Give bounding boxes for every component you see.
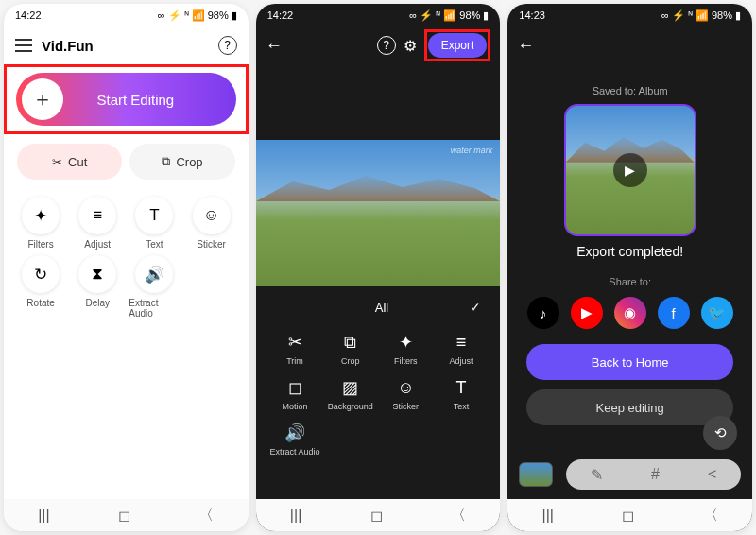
tool-background[interactable]: ▨Background — [324, 373, 376, 415]
filters-icon: ✦ — [399, 332, 413, 353]
nav-back[interactable]: 〈 — [198, 506, 214, 526]
start-label: Start Editing — [63, 92, 236, 108]
share-tiktok-icon[interactable]: ♪ — [527, 297, 559, 329]
text-icon: T — [135, 197, 173, 234]
tool-adjust[interactable]: ≡Adjust — [72, 197, 123, 250]
start-editing-button[interactable]: ＋ Start Editing — [16, 73, 236, 126]
video-preview[interactable]: water mark — [256, 140, 501, 286]
nav-home[interactable]: ◻ — [622, 507, 634, 525]
nav-recents[interactable]: ||| — [290, 507, 301, 524]
help-icon[interactable]: ? — [218, 36, 237, 55]
editor-header: ← ? ⚙ Export — [256, 26, 501, 64]
motion-icon: ◻ — [288, 377, 302, 398]
screen-export-done: 14:23 ∞ ⚡ ᴺ 📶 98%▮ ← Saved to: Album ▶ E… — [507, 4, 752, 531]
editor-tools: ✂Trim ⧉Crop ✦Filters ≡Adjust ◻Motion ▨Ba… — [256, 324, 501, 464]
fab-button[interactable]: ⟲ — [703, 416, 737, 450]
watermark: water mark — [451, 146, 493, 155]
bottom-icon-row: ✎ # < — [507, 456, 752, 493]
tool-delay[interactable]: ⧗Delay — [72, 255, 123, 319]
tab-all[interactable]: All — [294, 301, 471, 315]
cut-button[interactable]: ✂ Cut — [17, 144, 122, 180]
tray-share-icon[interactable]: < — [708, 466, 716, 483]
nav-bar: ||| ◻ 〈 — [4, 499, 249, 531]
app-header: Vid.Fun ? — [4, 26, 249, 64]
tool-text[interactable]: TText — [436, 373, 488, 415]
back-to-home-button[interactable]: Back to Home — [526, 344, 733, 380]
plus-icon: ＋ — [22, 78, 63, 120]
bottom-thumbnail[interactable] — [519, 462, 553, 487]
sticker-icon: ☺ — [193, 197, 231, 234]
share-twitter-icon[interactable]: 🐦 — [701, 297, 733, 329]
filters-icon: ✦ — [22, 197, 60, 234]
tool-crop[interactable]: ⧉Crop — [324, 328, 376, 370]
back-icon[interactable]: ← — [517, 36, 534, 56]
sticker-icon: ☺ — [397, 377, 414, 398]
export-complete-label: Export completed! — [507, 244, 752, 259]
tray-edit-icon[interactable]: ✎ — [591, 466, 603, 484]
app-title: Vid.Fun — [42, 38, 94, 54]
status-time: 14:22 — [15, 9, 42, 21]
share-youtube-icon[interactable]: ▶ — [571, 297, 603, 329]
help-icon[interactable]: ? — [377, 36, 396, 55]
done-header: ← — [507, 26, 752, 64]
tab-bar: All ✓ — [256, 290, 501, 324]
check-icon[interactable]: ✓ — [470, 300, 481, 315]
audio-icon: 🔊 — [135, 255, 173, 293]
tool-adjust[interactable]: ≡Adjust — [436, 328, 488, 370]
tool-grid: ✦Filters ≡Adjust TText ☺Sticker ↻Rotate … — [4, 189, 249, 326]
status-right: ∞ ⚡ ᴺ 📶 98%▮ — [662, 9, 741, 22]
screen-editor: 14:22 ∞ ⚡ ᴺ 📶 98%▮ ← ? ⚙ Export water ma… — [256, 4, 501, 531]
nav-recents[interactable]: ||| — [542, 507, 554, 524]
share-facebook-icon[interactable]: f — [658, 297, 690, 329]
tool-sticker[interactable]: ☺Sticker — [186, 197, 237, 250]
play-icon[interactable]: ▶ — [613, 153, 647, 187]
status-right: ∞ ⚡ ᴺ 📶 98%▮ — [409, 9, 489, 22]
crop-button[interactable]: ⧉ Crop — [129, 144, 234, 180]
nav-back[interactable]: 〈 — [703, 506, 718, 526]
nav-recents[interactable]: ||| — [38, 507, 49, 524]
nav-bar: ||| ◻ 〈 — [256, 499, 501, 531]
nav-home[interactable]: ◻ — [118, 507, 130, 525]
tray-hash-icon[interactable]: # — [651, 466, 660, 483]
back-icon[interactable]: ← — [266, 36, 283, 56]
status-bar: 14:23 ∞ ⚡ ᴺ 📶 98%▮ — [507, 4, 752, 26]
audio-icon: 🔊 — [284, 423, 305, 443]
tool-motion[interactable]: ◻Motion — [269, 373, 321, 415]
background-icon: ▨ — [342, 377, 358, 398]
highlight-box: Export — [424, 29, 491, 61]
adjust-icon: ≡ — [456, 332, 467, 353]
preview-image — [256, 173, 501, 201]
nav-home[interactable]: ◻ — [370, 507, 383, 525]
quick-tools: ✂ Cut ⧉ Crop — [4, 134, 249, 189]
tool-filters[interactable]: ✦Filters — [15, 197, 66, 250]
menu-icon[interactable] — [15, 39, 32, 52]
settings-icon[interactable]: ⚙ — [404, 37, 417, 55]
export-button[interactable]: Export — [428, 33, 488, 58]
text-icon: T — [456, 377, 467, 398]
nav-bar: ||| ◻ 〈 — [507, 499, 752, 531]
tool-filters[interactable]: ✦Filters — [380, 328, 432, 370]
delay-icon: ⧗ — [78, 255, 116, 293]
screen-home: 14:22 ∞ ⚡ ᴺ 📶 98%▮ Vid.Fun ? ＋ Start Edi… — [4, 4, 249, 531]
status-bar: 14:22 ∞ ⚡ ᴺ 📶 98%▮ — [4, 4, 249, 26]
trim-icon: ✂ — [288, 332, 302, 353]
keep-editing-button[interactable]: Keep editing — [526, 389, 733, 425]
tool-extract-audio[interactable]: 🔊Extract Audio — [129, 255, 180, 319]
bottom-tray: ✎ # < — [566, 459, 741, 490]
status-time: 14:23 — [519, 9, 545, 21]
tool-rotate[interactable]: ↻Rotate — [15, 255, 66, 319]
saved-to-label: Saved to: Album — [507, 85, 752, 96]
share-to-label: Share to: — [507, 276, 752, 287]
nav-back[interactable]: 〈 — [451, 506, 466, 526]
adjust-icon: ≡ — [78, 197, 116, 234]
exported-thumbnail[interactable]: ▶ — [564, 104, 696, 236]
tool-extract-audio[interactable]: 🔊Extract Audio — [269, 419, 321, 460]
status-right: ∞ ⚡ ᴺ 📶 98%▮ — [158, 9, 237, 22]
status-time: 14:22 — [267, 9, 294, 21]
rotate-icon: ↻ — [22, 255, 60, 293]
tool-sticker[interactable]: ☺Sticker — [380, 373, 432, 415]
highlight-box: ＋ Start Editing — [4, 64, 249, 134]
share-instagram-icon[interactable]: ◉ — [614, 297, 646, 329]
tool-trim[interactable]: ✂Trim — [269, 328, 321, 370]
tool-text[interactable]: TText — [129, 197, 180, 250]
